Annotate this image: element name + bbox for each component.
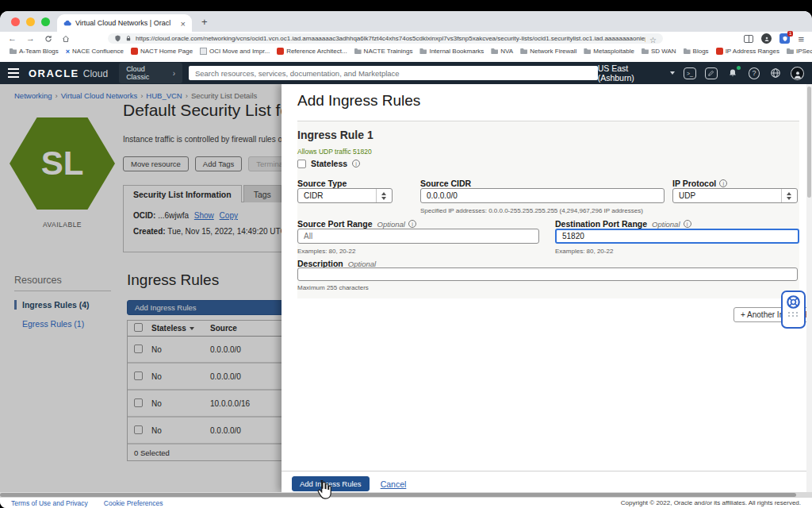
console-footer: Terms of Use and Privacy Cookie Preferen… xyxy=(0,498,812,508)
bookmark-star-icon[interactable] xyxy=(649,33,657,44)
minimize-window-icon[interactable] xyxy=(26,17,35,26)
source-cidr-label: Source CIDR xyxy=(420,179,471,188)
back-icon[interactable] xyxy=(8,34,17,43)
horizontal-scrollbar-thumb[interactable] xyxy=(0,493,796,497)
select-stepper-icon xyxy=(376,189,386,202)
oci-header: ORACLE Cloud Cloud Classic Search resour… xyxy=(0,62,812,84)
extension-badge: 1 xyxy=(787,31,793,37)
screen: Virtual Cloud Networks | Oracl xyxy=(0,0,812,508)
bookmark-item[interactable]: NVA xyxy=(491,48,513,55)
announcements-bell-icon[interactable] xyxy=(726,67,740,80)
bookmark-item[interactable]: Internal Bookmarks xyxy=(419,48,484,55)
close-window-icon[interactable] xyxy=(11,17,20,26)
source-type-label: Source Type xyxy=(297,179,347,188)
stateless-checkbox[interactable] xyxy=(297,160,306,168)
support-widget[interactable] xyxy=(781,291,806,329)
ip-protocol-label: IP Protocol xyxy=(672,179,727,188)
cookie-preferences-link[interactable]: Cookie Preferences xyxy=(104,499,163,507)
red-bookmark-icon xyxy=(277,48,284,55)
bookmark-item[interactable]: Metasploitable xyxy=(584,48,634,55)
bookmark-item[interactable]: SD WAN xyxy=(642,48,676,55)
cancel-button[interactable]: Cancel xyxy=(381,479,407,489)
life-ring-icon[interactable] xyxy=(786,294,801,310)
region-selector[interactable]: US East (Ashburn) xyxy=(598,64,675,83)
brand-cloud: Cloud xyxy=(83,68,108,79)
bookmark-item[interactable]: Network Firewall xyxy=(520,48,576,55)
grid-bookmark-icon xyxy=(200,48,207,55)
vertical-scrollbar-thumb[interactable] xyxy=(807,87,811,198)
oracle-cloud-logo[interactable]: ORACLE Cloud xyxy=(29,67,108,79)
bookmark-item[interactable]: Reference Architect... xyxy=(277,48,347,55)
cloud-shell-icon[interactable] xyxy=(684,67,696,79)
macos-traffic-lights xyxy=(11,17,50,26)
notification-dot xyxy=(737,66,741,70)
browser-profile-icon[interactable] xyxy=(761,33,772,44)
source-cidr-input[interactable]: 0.0.0.0/0 xyxy=(420,188,665,203)
description-helper: Maximum 255 characters xyxy=(297,284,369,291)
horizontal-scrollbar[interactable] xyxy=(0,492,812,498)
shield-icon[interactable] xyxy=(114,35,121,42)
panel-footer-divider xyxy=(282,471,812,471)
user-avatar[interactable] xyxy=(791,67,804,80)
browser-tab[interactable]: Virtual Cloud Networks | Oracl xyxy=(57,14,192,32)
bookmark-label: Reference Architect... xyxy=(286,48,347,55)
stateless-label: Stateless xyxy=(311,159,347,168)
lock-icon[interactable] xyxy=(125,35,132,42)
header-actions: US East (Ashburn) xyxy=(598,64,804,83)
global-search-input[interactable]: Search resources, services, documentatio… xyxy=(189,66,598,80)
home-icon[interactable] xyxy=(62,35,70,43)
cloud-classic-link[interactable]: Cloud Classic xyxy=(119,63,182,83)
bookmark-item[interactable]: NACT Home Page xyxy=(131,48,193,55)
info-icon[interactable] xyxy=(352,160,360,167)
tab-title: Virtual Cloud Networks | Oracl xyxy=(75,19,177,27)
terms-link[interactable]: Terms of Use and Privacy xyxy=(11,499,88,507)
sidebar-toggle-icon[interactable] xyxy=(744,35,753,43)
tab-close-icon[interactable] xyxy=(181,16,186,30)
url-text: https://cloud.oracle.com/networking/vcns… xyxy=(136,35,645,42)
region-label: US East (Ashburn) xyxy=(598,64,666,83)
zoom-window-icon[interactable] xyxy=(41,17,50,26)
dest-port-input[interactable] xyxy=(555,229,799,244)
bookmark-item[interactable]: A-Team Blogs xyxy=(10,48,59,55)
source-port-helper: Examples: 80, 20-22 xyxy=(297,248,355,255)
help-icon[interactable] xyxy=(749,67,760,79)
folder-bookmark-icon xyxy=(642,48,649,54)
info-icon[interactable] xyxy=(408,220,416,228)
red-bookmark-icon xyxy=(131,48,138,55)
console-content: Networking›Virtual Cloud Networks›HUB_VC… xyxy=(0,84,812,492)
bookmark-item[interactable]: Blogs xyxy=(684,48,709,55)
dest-port-label: Destination Port Range Optional xyxy=(555,219,691,229)
modal-dim-overlay xyxy=(0,84,282,492)
folder-bookmark-icon xyxy=(419,48,427,54)
code-editor-icon[interactable] xyxy=(705,67,718,79)
ip-protocol-select[interactable]: UDP xyxy=(672,188,798,203)
rule-heading: Ingress Rule 1 xyxy=(297,129,373,141)
new-tab-button[interactable] xyxy=(201,14,208,29)
browser-menu-icon[interactable] xyxy=(798,32,804,46)
info-icon[interactable] xyxy=(684,220,691,228)
bookmark-label: IP Address Ranges xyxy=(726,48,779,55)
bookmark-item[interactable]: NACE Confluence xyxy=(66,48,124,56)
forward-icon[interactable] xyxy=(26,34,35,43)
bookmark-label: Internal Bookmarks xyxy=(429,48,484,55)
adblock-extension-icon[interactable]: 1 xyxy=(779,33,790,44)
url-field[interactable]: https://cloud.oracle.com/networking/vcns… xyxy=(108,33,663,44)
reload-icon[interactable] xyxy=(44,35,52,43)
bookmark-item[interactable]: IP Address Ranges xyxy=(716,48,779,55)
hamburger-menu-icon[interactable] xyxy=(8,68,19,78)
source-type-select[interactable]: CIDR xyxy=(297,188,393,203)
bookmark-item[interactable]: IPSec xyxy=(787,48,812,55)
widget-drag-handle-icon[interactable] xyxy=(788,312,799,317)
language-globe-icon[interactable] xyxy=(768,67,782,80)
panel-title: Add Ingress Rules xyxy=(297,92,420,110)
source-port-input[interactable] xyxy=(297,229,539,244)
info-icon[interactable] xyxy=(719,179,727,187)
vertical-scrollbar[interactable] xyxy=(806,84,812,492)
bookmark-item[interactable]: OCI Move and Impr... xyxy=(200,48,270,55)
folder-bookmark-icon xyxy=(684,48,691,54)
description-input[interactable] xyxy=(297,267,798,281)
bookmark-item[interactable]: NACTE Trainings xyxy=(354,48,413,55)
chevron-down-icon xyxy=(670,71,675,75)
bookmark-label: SD WAN xyxy=(651,48,676,55)
select-stepper-icon xyxy=(781,189,791,202)
